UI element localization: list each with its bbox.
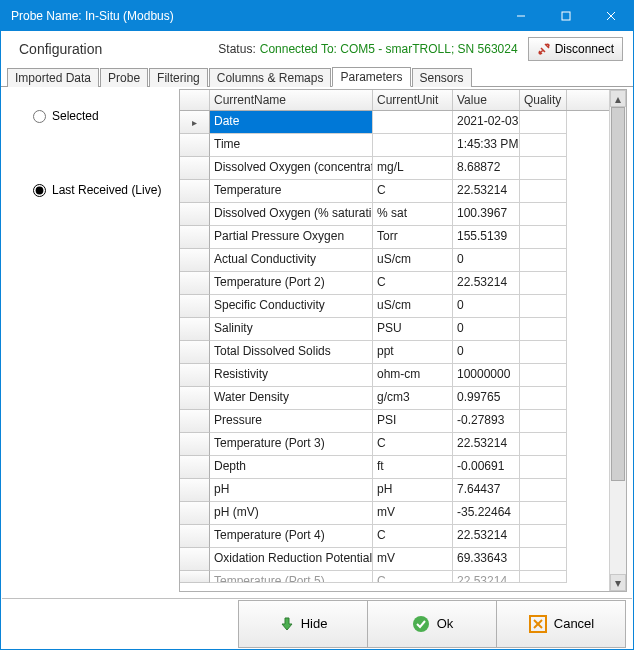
ok-button[interactable]: Ok: [367, 600, 497, 648]
cell[interactable]: [520, 157, 567, 180]
cell[interactable]: pH: [210, 479, 373, 502]
cell[interactable]: 2021-02-03: [453, 111, 520, 134]
row-header[interactable]: [180, 180, 210, 203]
table-row[interactable]: Actual ConductivityuS/cm0: [180, 249, 609, 272]
row-header[interactable]: [180, 387, 210, 410]
table-row[interactable]: pH (mV)mV-35.22464: [180, 502, 609, 525]
table-row[interactable]: Partial Pressure OxygenTorr155.5139: [180, 226, 609, 249]
scroll-thumb[interactable]: [611, 107, 625, 481]
cell[interactable]: [520, 456, 567, 479]
cell[interactable]: [520, 479, 567, 502]
cell[interactable]: 0: [453, 249, 520, 272]
cell[interactable]: Temperature (Port 2): [210, 272, 373, 295]
scroll-up-icon[interactable]: ▴: [610, 90, 626, 107]
cell[interactable]: Temperature: [210, 180, 373, 203]
cell[interactable]: g/cm3: [373, 387, 453, 410]
cell[interactable]: [520, 341, 567, 364]
table-row[interactable]: Time1:45:33 PM: [180, 134, 609, 157]
cell[interactable]: [520, 571, 567, 583]
table-row[interactable]: Date2021-02-03: [180, 111, 609, 134]
cell[interactable]: [520, 226, 567, 249]
cell[interactable]: ft: [373, 456, 453, 479]
cell[interactable]: [520, 249, 567, 272]
cell[interactable]: [520, 387, 567, 410]
cell[interactable]: PSI: [373, 410, 453, 433]
row-header[interactable]: [180, 157, 210, 180]
row-header[interactable]: [180, 226, 210, 249]
radio-last-received[interactable]: Last Received (Live): [33, 183, 171, 197]
cell[interactable]: -0.27893: [453, 410, 520, 433]
cell[interactable]: 22.53214: [453, 433, 520, 456]
data-grid[interactable]: CurrentName CurrentUnit Value Quality Da…: [179, 89, 627, 592]
table-row[interactable]: PressurePSI-0.27893: [180, 410, 609, 433]
row-header[interactable]: [180, 364, 210, 387]
cell[interactable]: [520, 433, 567, 456]
cell[interactable]: Dissolved Oxygen (% saturation): [210, 203, 373, 226]
cell[interactable]: 10000000: [453, 364, 520, 387]
cancel-button[interactable]: Cancel: [496, 600, 626, 648]
table-row[interactable]: Oxidation Reduction PotentialmV69.33643: [180, 548, 609, 571]
vertical-scrollbar[interactable]: ▴ ▾: [609, 90, 626, 591]
cell[interactable]: Temperature (Port 3): [210, 433, 373, 456]
cell[interactable]: Water Density: [210, 387, 373, 410]
row-header[interactable]: [180, 111, 210, 134]
cell[interactable]: mg/L: [373, 157, 453, 180]
cell[interactable]: 8.68872: [453, 157, 520, 180]
cell[interactable]: [520, 272, 567, 295]
cell[interactable]: 7.64437: [453, 479, 520, 502]
cell[interactable]: Oxidation Reduction Potential: [210, 548, 373, 571]
cell[interactable]: 22.53214: [453, 272, 520, 295]
table-row[interactable]: Total Dissolved Solidsppt0: [180, 341, 609, 364]
radio-selected[interactable]: Selected: [33, 109, 171, 123]
cell[interactable]: pH: [373, 479, 453, 502]
row-header[interactable]: [180, 548, 210, 571]
cell[interactable]: Depth: [210, 456, 373, 479]
header-value[interactable]: Value: [453, 90, 520, 110]
cell[interactable]: Pressure: [210, 410, 373, 433]
cell[interactable]: Specific Conductivity: [210, 295, 373, 318]
table-row[interactable]: Dissolved Oxygen (% saturation)% sat100.…: [180, 203, 609, 226]
header-currentname[interactable]: CurrentName: [210, 90, 373, 110]
cell[interactable]: [373, 111, 453, 134]
cell[interactable]: Salinity: [210, 318, 373, 341]
header-quality[interactable]: Quality: [520, 90, 567, 110]
cell[interactable]: Time: [210, 134, 373, 157]
cell[interactable]: Temperature (Port 4): [210, 525, 373, 548]
cell[interactable]: Partial Pressure Oxygen: [210, 226, 373, 249]
table-row[interactable]: SalinityPSU0: [180, 318, 609, 341]
header-currentunit[interactable]: CurrentUnit: [373, 90, 453, 110]
cell[interactable]: 100.3967: [453, 203, 520, 226]
cell[interactable]: [520, 318, 567, 341]
cell[interactable]: -35.22464: [453, 502, 520, 525]
cell[interactable]: [520, 134, 567, 157]
row-header[interactable]: [180, 571, 210, 583]
cell[interactable]: Dissolved Oxygen (concentration): [210, 157, 373, 180]
scroll-down-icon[interactable]: ▾: [610, 574, 626, 591]
table-row[interactable]: Temperature (Port 2)C22.53214: [180, 272, 609, 295]
cell[interactable]: Date: [210, 111, 373, 134]
table-row[interactable]: Temperature (Port 3)C22.53214: [180, 433, 609, 456]
maximize-button[interactable]: [543, 1, 588, 31]
cell[interactable]: [520, 111, 567, 134]
tab-filtering[interactable]: Filtering: [149, 68, 208, 87]
cell[interactable]: [520, 364, 567, 387]
table-row[interactable]: TemperatureC22.53214: [180, 180, 609, 203]
cell[interactable]: Torr: [373, 226, 453, 249]
table-row[interactable]: Resistivityohm-cm10000000: [180, 364, 609, 387]
cell[interactable]: 0: [453, 318, 520, 341]
row-header[interactable]: [180, 502, 210, 525]
cell[interactable]: [373, 134, 453, 157]
cell[interactable]: C: [373, 272, 453, 295]
cell[interactable]: [520, 525, 567, 548]
cell[interactable]: mV: [373, 502, 453, 525]
cell[interactable]: Total Dissolved Solids: [210, 341, 373, 364]
cell[interactable]: 0: [453, 341, 520, 364]
row-header[interactable]: [180, 249, 210, 272]
radio-last-received-input[interactable]: [33, 184, 46, 197]
cell[interactable]: 0: [453, 295, 520, 318]
cell[interactable]: ohm-cm: [373, 364, 453, 387]
cell[interactable]: 22.53214: [453, 180, 520, 203]
cell[interactable]: C: [373, 180, 453, 203]
row-header[interactable]: [180, 272, 210, 295]
tab-parameters[interactable]: Parameters: [332, 67, 410, 87]
